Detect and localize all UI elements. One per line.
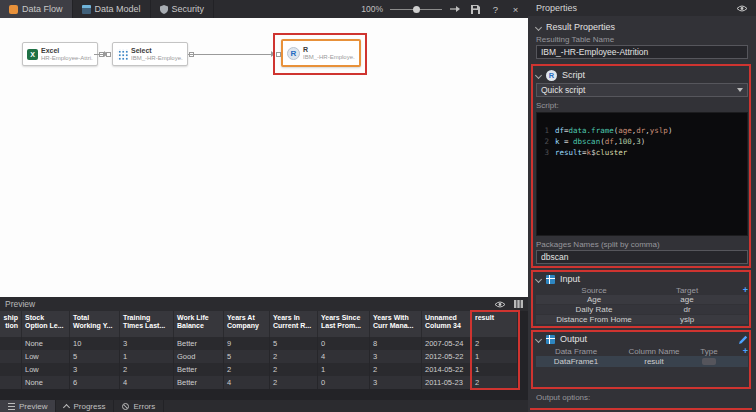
input-source-cell[interactable]: Age [536,295,652,304]
code-token: dbscan [573,136,600,147]
preview-row[interactable]: None64Better42032011-05-232 [0,376,518,389]
chevron-up-icon [63,403,70,410]
dataflow-canvas[interactable]: Excel HR-Employee-Attri... Select IBM_-H… [0,18,528,297]
preview-cell: 1 [472,363,518,376]
connector-line[interactable] [188,54,273,55]
tab-progress[interactable]: Progress [56,400,114,412]
preview-column-header[interactable]: Years Since Last Prom... [318,311,370,337]
output-dataframe-cell[interactable]: DataFrame1 [536,357,616,366]
section-result-properties[interactable]: Result Properties [536,21,748,33]
preview-cell: 5 [224,350,270,363]
tab-data-flow-label: Data Flow [22,4,63,14]
section-result-properties-label: Result Properties [546,22,615,32]
preview-column-header[interactable]: Training Times Last... [120,311,174,337]
packages-input[interactable] [536,250,748,264]
section-output[interactable]: Output [536,333,748,345]
preview-column-header[interactable]: Years With Curr Mana... [370,311,422,337]
node-r-script[interactable]: R IBM_-HR-Employe... [281,39,361,67]
section-input-label: Input [560,274,580,284]
input-mapping-row[interactable]: Ageage [536,295,748,305]
preview-column-header[interactable]: Total Working Y... [70,311,120,337]
input-port[interactable] [106,52,111,57]
preview-column-header[interactable]: Work Life Balance [174,311,224,337]
preview-cell: 2 [472,337,518,350]
bottom-tab-bar: Preview Progress Errors [0,400,528,412]
tab-data-flow[interactable]: Data Flow [0,0,73,18]
list-icon [8,403,15,410]
preview-cell [0,376,22,389]
chevron-down-icon [535,275,542,282]
tab-data-model[interactable]: Data Model [73,0,151,18]
preview-column-header[interactable]: ship tion [0,311,22,337]
script-mode-select[interactable]: Quick script [536,83,748,97]
line-number: 2 [541,136,549,147]
input-target-cell[interactable]: age [652,295,722,304]
r-logo-icon [287,47,300,60]
preview-column-header[interactable]: Years At Company [224,311,270,337]
preview-cell: 5 [70,350,120,363]
zoom-slider-knob[interactable] [413,6,420,13]
chevron-down-icon [535,335,542,342]
code-token: age [618,125,632,136]
preview-column-header[interactable]: Unnamed Column 34 [422,311,472,337]
node-select[interactable]: Select IBM_-HR-Employe... [112,42,188,66]
add-input-button[interactable]: + [722,286,748,295]
preview-column-header[interactable]: result [472,311,518,337]
preview-row[interactable]: Low32Better22122014-05-221 [0,363,518,376]
preview-cell: 2007-05-24 [422,337,472,350]
fit-view-icon[interactable] [449,3,462,16]
preview-cell: 9 [224,337,270,350]
annotation-bottom-line [530,408,752,410]
add-output-button[interactable]: + [726,347,748,356]
input-port[interactable] [276,52,281,57]
preview-cell: Low [22,363,70,376]
output-row[interactable]: DataFrame1result [536,356,748,367]
node-title: Excel [41,47,93,55]
output-table-icon [546,335,555,344]
preview-cell: 2 [370,363,422,376]
preview-column-header[interactable]: Stock Option Le... [22,311,70,337]
columns-icon[interactable] [514,300,523,308]
input-mapping-row[interactable]: Distance From Homeyslp [536,315,748,325]
node-excel[interactable]: Excel HR-Employee-Attri... [22,42,98,66]
input-header-cell: Source [536,286,652,295]
preview-cell: 3 [120,337,174,350]
preview-row[interactable]: Low51Good52432012-05-221 [0,350,518,363]
tab-errors[interactable]: Errors [114,400,164,412]
section-script[interactable]: Script [536,69,748,81]
preview-cell [0,337,22,350]
edit-pencil-icon[interactable] [739,335,748,344]
resulting-table-name-input[interactable] [536,45,748,59]
output-column-cell[interactable]: result [616,357,692,366]
output-type-cell[interactable] [692,357,726,366]
close-button[interactable]: × [509,3,522,16]
preview-column-header[interactable]: Years In Current R... [270,311,318,337]
input-source-cell[interactable]: Daily Rate [536,305,652,314]
output-header-cell: Type [692,347,726,356]
save-icon[interactable] [469,3,482,16]
eye-icon[interactable] [494,301,506,308]
output-header-cell: Column Name [616,347,692,356]
input-target-cell[interactable]: yslp [652,315,722,324]
preview-row[interactable]: None103Better95082007-05-242 [0,337,518,350]
preview-cell: 2014-05-22 [422,363,472,376]
input-source-cell[interactable]: Distance From Home [536,315,652,324]
tab-preview[interactable]: Preview [0,400,56,412]
code-token: df [605,136,614,147]
zoom-slider[interactable] [390,5,442,14]
preview-cell: 2012-05-22 [422,350,472,363]
data-flow-icon [9,5,18,14]
preview-cell: 0 [318,376,370,389]
section-input[interactable]: Input [536,273,748,285]
help-button[interactable]: ? [489,3,502,16]
line-number: 1 [541,125,549,136]
input-mapping-row[interactable]: Daily Ratedr [536,305,748,315]
preview-cell: 3 [70,363,120,376]
script-code-editor[interactable]: 1df=data.frame(age,dr,yslp)2k = dbscan(d… [536,112,748,236]
type-cell-pill[interactable] [702,358,716,365]
eye-icon[interactable] [736,5,748,12]
section-script-label: Script [562,70,585,80]
tab-security[interactable]: Security [151,0,215,18]
section-output-label: Output [560,334,587,344]
input-target-cell[interactable]: dr [652,305,722,314]
